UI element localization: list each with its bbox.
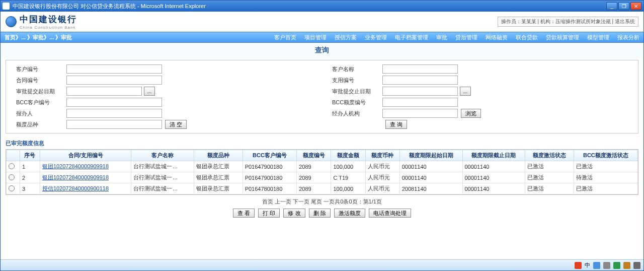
label-contract-no: 合同编号 bbox=[6, 77, 66, 84]
menu-item[interactable]: 联合贷款 bbox=[516, 34, 538, 41]
minimize-button[interactable]: _ bbox=[606, 2, 617, 10]
input-customer-no[interactable] bbox=[66, 64, 162, 74]
cell: 2089 bbox=[297, 183, 331, 194]
cell: 人民币元 bbox=[365, 172, 399, 183]
date-from-picker-button[interactable]: ... bbox=[144, 87, 155, 96]
cell: 3 bbox=[20, 183, 40, 194]
tray-icon[interactable] bbox=[613, 262, 620, 269]
input-operator[interactable] bbox=[66, 109, 162, 118]
delete-button[interactable]: 删 除 bbox=[309, 209, 331, 218]
input-org[interactable] bbox=[382, 109, 458, 118]
column-header: BCC客户编号 bbox=[243, 150, 297, 161]
column-header: BCC额度激活状态 bbox=[574, 150, 637, 161]
menu-item[interactable]: 贷款核算管理 bbox=[546, 34, 579, 41]
label-bcc-cust: BCC客户编号 bbox=[6, 99, 66, 106]
tray-icon[interactable] bbox=[575, 262, 582, 269]
cell[interactable]: 授信102072840000900118 bbox=[40, 183, 131, 194]
input-bcc-cust[interactable] bbox=[66, 98, 162, 107]
cell: 人民币元 bbox=[365, 161, 399, 172]
list-title: 已审完额度信息 bbox=[1, 139, 643, 148]
column-header: 合同/支用编号 bbox=[40, 150, 131, 161]
result-table: 序号合同/支用编号客户名称额度品种BCC客户编号额度编号额度金额额度币种额度期限… bbox=[6, 149, 638, 195]
input-draw-no[interactable] bbox=[382, 76, 458, 85]
cell[interactable]: 银团102072840000909918 bbox=[40, 161, 131, 172]
breadcrumb: 首页》... 》审批》... 》审批 bbox=[5, 34, 72, 41]
tray-icon[interactable] bbox=[593, 262, 600, 269]
menubar: 首页》... 》审批》... 》审批 客户首页项目管理授信方案业务管理电子档案管… bbox=[1, 32, 643, 43]
tray-text: 中 bbox=[585, 261, 590, 269]
cell: 2089 bbox=[297, 161, 331, 172]
cell: 00001140 bbox=[399, 161, 462, 172]
print-button[interactable]: 打 印 bbox=[258, 209, 280, 218]
menu-item[interactable]: 报表分析 bbox=[617, 34, 639, 41]
label-date-from: 审批提交起日期 bbox=[6, 88, 66, 95]
bank-name: 中国建设银行 bbox=[20, 14, 77, 25]
search-form: 客户编号 客户名称 合同编号 支用编号 审批提交起日期... 审批提交止日期..… bbox=[6, 60, 638, 133]
reset-button[interactable]: 清 空 bbox=[165, 120, 187, 129]
cell[interactable]: 银团102072840000909918 bbox=[40, 172, 131, 183]
change-button[interactable]: 修 改 bbox=[283, 209, 305, 218]
header: 中国建设银行 China Construction Bank 操作员：某某某 |… bbox=[1, 12, 643, 32]
window-title: 中国建设银行股份有限公司 对公信贷业务流程系统 - Microsoft Inte… bbox=[13, 3, 606, 10]
tray-icon[interactable] bbox=[633, 262, 640, 269]
menu-item[interactable]: 网络融资 bbox=[486, 34, 508, 41]
menu-item[interactable]: 授信方案 bbox=[335, 34, 357, 41]
cell: 00001140 bbox=[462, 183, 525, 194]
activate-button[interactable]: 激活额度 bbox=[334, 209, 365, 218]
table-row: 3授信102072840000900118台行测试盐城一…银团录总汇票P0164… bbox=[7, 183, 638, 194]
column-header: 额度币种 bbox=[365, 150, 399, 161]
table-row: 2银团102072840000909918台行测试盐城一…银团承总汇票P0164… bbox=[7, 172, 638, 183]
cell: 台行测试盐城一… bbox=[131, 161, 194, 172]
cell: 100,000 bbox=[331, 183, 365, 194]
row-radio[interactable] bbox=[9, 185, 15, 191]
menu-item[interactable]: 贷后管理 bbox=[455, 34, 477, 41]
cell: 20081140 bbox=[399, 183, 462, 194]
table-row: 1银团102072840000909918台行测试盐城一…银团录总汇票P0164… bbox=[7, 161, 638, 172]
column-header: 额度品种 bbox=[194, 150, 243, 161]
menu-item[interactable]: 审批 bbox=[436, 34, 447, 41]
pager-text: 首页 上一页 下一页 尾页 一页共0条0页：第1/1页 bbox=[1, 196, 643, 208]
tray-icon[interactable] bbox=[623, 262, 630, 269]
cell: 待激活 bbox=[574, 172, 637, 183]
close-button[interactable]: ✕ bbox=[630, 2, 641, 10]
column-header: 序号 bbox=[20, 150, 40, 161]
query-button[interactable]: 查 询 bbox=[385, 120, 407, 129]
menu-item[interactable]: 业务管理 bbox=[365, 34, 387, 41]
menu-item[interactable]: 模型管理 bbox=[587, 34, 609, 41]
column-header: 客户名称 bbox=[131, 150, 194, 161]
menu-item[interactable]: 项目管理 bbox=[304, 34, 327, 41]
tray-icon[interactable] bbox=[603, 262, 610, 269]
browse-button[interactable]: 浏览 bbox=[461, 109, 481, 118]
app-icon bbox=[3, 3, 10, 10]
section-title: 查询 bbox=[1, 43, 643, 58]
row-radio[interactable] bbox=[9, 163, 15, 169]
bank-logo-icon bbox=[6, 16, 17, 27]
tray: 中 bbox=[575, 261, 640, 269]
column-header: 额度金额 bbox=[331, 150, 365, 161]
input-date-to[interactable] bbox=[382, 87, 458, 96]
menu-item[interactable]: 客户首页 bbox=[274, 34, 296, 41]
bcc-query-button[interactable]: 电话查询处理 bbox=[369, 209, 411, 218]
maximize-button[interactable]: ❐ bbox=[618, 2, 629, 10]
cell: 已激活 bbox=[525, 172, 574, 183]
row-radio[interactable] bbox=[9, 174, 15, 180]
column-header: 额度激活状态 bbox=[525, 150, 574, 161]
input-customer-name[interactable] bbox=[382, 64, 458, 74]
cell: 银团承总汇票 bbox=[194, 172, 243, 183]
input-bcc-limit[interactable] bbox=[382, 98, 458, 107]
label-operator: 报办人 bbox=[6, 110, 66, 117]
input-contract-no[interactable] bbox=[66, 76, 162, 85]
cell: 已激活 bbox=[525, 161, 574, 172]
label-customer-name: 客户名称 bbox=[322, 65, 382, 73]
menu-item[interactable]: 电子档案管理 bbox=[395, 34, 428, 41]
cell: 1 bbox=[20, 161, 40, 172]
label-org: 经办人机构 bbox=[322, 110, 382, 117]
input-limit-type[interactable] bbox=[66, 120, 162, 129]
label-bcc-limit: BCC额度编号 bbox=[322, 99, 382, 106]
input-date-from[interactable] bbox=[66, 87, 142, 96]
column-header: 额度期限截止日期 bbox=[462, 150, 525, 161]
cell: 2 bbox=[20, 172, 40, 183]
view-button[interactable]: 查 看 bbox=[233, 209, 255, 218]
cell: 00001140 bbox=[462, 161, 525, 172]
date-to-picker-button[interactable]: ... bbox=[460, 87, 471, 96]
